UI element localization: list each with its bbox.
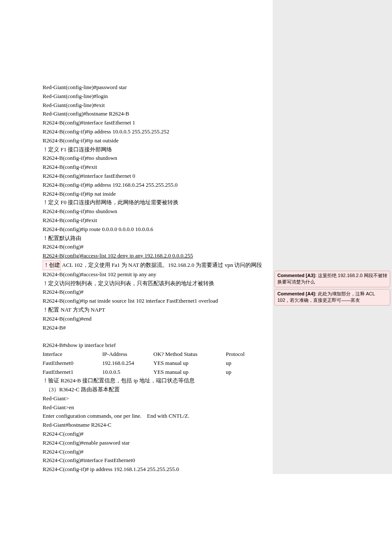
config-line: R2624-B(config-if)#no shutdown <box>43 207 273 216</box>
comments-sidebar: Commented [A3]: 这里拒绝 192.168.2.0 网段不被转换要… <box>273 0 392 474</box>
comment-line: ！定义 F0 接口连接内部网络，此网络的地址需要被转换 <box>43 198 273 207</box>
config-line: R2624-B(config)# <box>43 243 273 251</box>
table-cell: YES manual up <box>153 368 226 377</box>
commented-text: R2624-B(config)#access-list 102 deny ip … <box>43 252 193 259</box>
config-line: Red-Giant(config)#hostname R2624-B <box>43 110 273 119</box>
table-cell: 10.0.0.5 <box>102 368 153 377</box>
table-cell: YES manual up <box>153 359 226 368</box>
comment-line: ！配置默认路由 <box>43 234 273 243</box>
config-line: Red-Giant>en <box>43 403 273 412</box>
comment-label: Commented [A4]: <box>277 291 317 296</box>
text-segment: ACL 102，定义使用 Fa1 为 NAT 的数据流。192.168.2.0 … <box>61 262 262 268</box>
config-line: R2624-B(config)#interface fastEthernet 0 <box>43 172 273 181</box>
config-line: R2624-C(config-if)# ip address 192.168.1… <box>43 465 273 474</box>
config-line: R2624-B(config-if)#exit <box>43 163 273 172</box>
config-line: Red-Giant(config-line)#login <box>43 92 273 101</box>
config-line: R2624-B(config-if)#exit <box>43 216 273 225</box>
document-body: Red-Giant(config-line)#password star Red… <box>0 0 273 474</box>
config-line: Enter configuration commands, one per li… <box>43 412 273 421</box>
config-line-with-comment-anchor: R2624-B(config)#access-list 102 deny ip … <box>43 251 273 260</box>
table-header: IP-Address <box>102 350 153 359</box>
comment-line: ！定义访问控制列表，定义访问列表，只有匹配该列表的地址才被转换 <box>43 279 273 288</box>
table-header: Interface <box>43 350 102 359</box>
config-line: R2624-C(config)#interface FastEthernet0 <box>43 456 273 465</box>
table-cell: FastEthernet0 <box>43 359 102 368</box>
config-line: R2624-B(config-if)#ip address 10.0.0.5 2… <box>43 127 273 136</box>
config-line: R2624-B(config)#end <box>43 315 273 324</box>
config-line: R2624-B# <box>43 324 273 332</box>
config-line: Red-Giant(config-line)#exit <box>43 101 273 110</box>
table-header-row: Interface IP-Address OK? Method Status P… <box>43 350 273 359</box>
config-line: Red-Giant> <box>43 394 273 403</box>
table-cell: FastEthernet1 <box>43 368 102 377</box>
config-line: R2624-B(config-if)#ip nat inside <box>43 190 273 199</box>
config-line: R2624-B(config-if)#ip nat outside <box>43 136 273 145</box>
table-cell: up <box>226 359 251 368</box>
table-cell: 192.168.0.254 <box>102 359 153 368</box>
config-line: R2624-C(config)#enable password star <box>43 439 273 448</box>
config-line: R2624-B(config-if)#ip address 192.168.0.… <box>43 181 273 190</box>
config-line: R2624-B(config)#access-list 102 permit i… <box>43 270 273 279</box>
table-row: FastEthernet0 192.168.0.254 YES manual u… <box>43 359 273 368</box>
table-header: Protocol <box>226 350 251 359</box>
table-row: FastEthernet1 10.0.0.5 YES manual up up <box>43 368 273 377</box>
config-line: R2624-B(config-if)#no shutdown <box>43 154 273 163</box>
config-line: R2624-B(config)#ip nat inside source lis… <box>43 297 273 306</box>
comment-balloon[interactable]: Commented [A3]: 这里拒绝 192.168.2.0 网段不被转换要… <box>274 271 390 287</box>
table-cell: up <box>226 368 251 377</box>
config-line: R2624-B(config)#ip route 0.0.0.0 0.0.0.0… <box>43 225 273 234</box>
comment-line-highlighted: ！创建 ACL 102，定义使用 Fa1 为 NAT 的数据流。192.168.… <box>43 260 273 270</box>
comment-line: ！配置 NAT 方式为 NAPT <box>43 306 273 315</box>
config-line: R2624-B(config)# <box>43 288 273 297</box>
config-line: Red-Giant(config-line)#password star <box>43 83 273 92</box>
config-line: Red-Giant#hostname R2624-C <box>43 421 273 430</box>
config-line: R2624-C(config)# <box>43 448 273 457</box>
comment-line: ！验证 R2624-B 接口配置信息，包括 ip 地址，端口状态等信息 <box>43 376 273 385</box>
section-heading: （3）R3642-C 路由器基本配置 <box>43 385 273 394</box>
table-header: OK? Method Status <box>153 350 226 359</box>
blank-line <box>43 332 273 341</box>
config-line: R2624-B(config)#interface fastEthernet 1 <box>43 119 273 127</box>
comment-label: Commented [A3]: <box>277 273 317 278</box>
comment-balloon[interactable]: Commented [A4]: 此处为增加部分，注释 ACL 102，若欠准确，… <box>274 289 390 306</box>
highlight-segment: ！创建 <box>43 260 61 270</box>
comment-line: ！定义 F1 接口连接外部网络 <box>43 145 273 154</box>
config-line: R2624-B#show ip interface brief <box>43 341 273 350</box>
config-line: R2624-C(config)# <box>43 430 273 439</box>
